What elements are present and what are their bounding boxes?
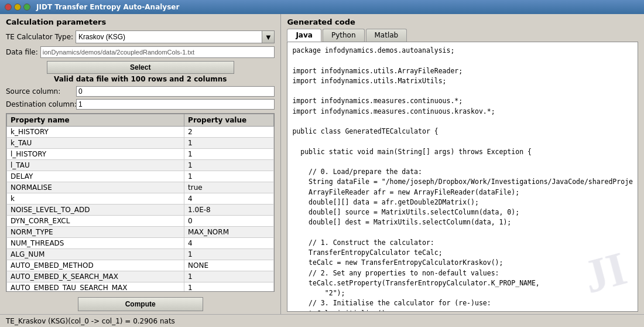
prop-name-cell: ALG_NUM [7, 249, 184, 260]
dest-column-label: Destination column: [6, 100, 76, 108]
table-row: k_TAU1 [7, 138, 274, 149]
data-file-row: Data file: [0, 45, 280, 59]
gen-code-title: Generated code [281, 14, 644, 29]
source-column-row: Source column: [0, 85, 280, 98]
prop-value-cell[interactable]: 1 [184, 271, 274, 282]
status-text: TE_Kraskov (KSG)(col_0 -> col_1) = 0.290… [6, 317, 175, 325]
prop-name-cell: AUTO_EMBED_TAU_SEARCH_MAX [7, 282, 184, 292]
dest-column-input[interactable] [76, 99, 275, 110]
maximize-button[interactable] [23, 4, 30, 11]
table-row: k4 [7, 193, 274, 205]
prop-value-cell[interactable]: 2 [184, 127, 274, 138]
prop-name-cell: DYN_CORR_EXCL [7, 216, 184, 227]
prop-name-cell: NORMALISE [7, 182, 184, 193]
te-calculator-wrapper: Kraskov (KSG) ▼ [76, 30, 275, 43]
tab-java[interactable]: Java [287, 29, 321, 42]
tab-matlab[interactable]: Matlab [366, 29, 407, 42]
code-area-container: package infodynamics.demos.autoanalysis;… [287, 42, 638, 312]
valid-file-text: Valid data file with 100 rows and 2 colu… [54, 75, 227, 83]
prop-value-cell[interactable]: 1.0E-8 [184, 205, 274, 216]
title-bar: JIDT Transfer Entropy Auto-Analyser [0, 0, 644, 14]
data-file-label: Data file: [6, 48, 38, 56]
table-row: NOISE_LEVEL_TO_ADD1.0E-8 [7, 205, 274, 216]
code-area[interactable]: package infodynamics.demos.autoanalysis;… [287, 42, 638, 311]
source-column-label: Source column: [6, 87, 76, 96]
compute-row: Compute [0, 294, 280, 314]
prop-value-cell[interactable]: 4 [184, 238, 274, 249]
prop-value-cell[interactable]: 1 [184, 138, 274, 149]
te-calculator-row: TE Calculator Type: Kraskov (KSG) ▼ [0, 29, 280, 45]
prop-name-cell: k_TAU [7, 138, 184, 149]
close-button[interactable] [5, 4, 12, 11]
prop-name-cell: NOISE_LEVEL_TO_ADD [7, 205, 184, 216]
window-controls[interactable] [5, 4, 30, 11]
prop-name-cell: l_TAU [7, 160, 184, 171]
window-title: JIDT Transfer Entropy Auto-Analyser [36, 3, 179, 11]
compute-button[interactable]: Compute [78, 297, 203, 311]
prop-value-cell[interactable]: 1 [184, 160, 274, 171]
prop-name-cell: l_HISTORY [7, 149, 184, 160]
te-calculator-select[interactable]: Kraskov (KSG) [76, 30, 275, 43]
prop-value-cell[interactable]: 0 [184, 216, 274, 227]
calc-params-title: Calculation parameters [0, 14, 280, 29]
prop-value-header: Property value [184, 114, 274, 127]
prop-name-cell: DELAY [7, 171, 184, 182]
bottom-bar: TE_Kraskov (KSG)(col_0 -> col_1) = 0.290… [0, 314, 644, 327]
table-row: l_TAU1 [7, 160, 274, 171]
table-row: ALG_NUM1 [7, 249, 274, 260]
table-row: DELAY1 [7, 171, 274, 182]
minimize-button[interactable] [14, 4, 21, 11]
prop-value-cell[interactable]: MAX_NORM [184, 227, 274, 238]
prop-value-cell[interactable]: NONE [184, 260, 274, 271]
source-column-input[interactable] [76, 86, 275, 97]
tab-python[interactable]: Python [323, 29, 365, 42]
prop-value-cell[interactable]: 1 [184, 149, 274, 160]
prop-name-cell: AUTO_EMBED_K_SEARCH_MAX [7, 271, 184, 282]
prop-value-cell[interactable]: 1 [184, 249, 274, 260]
dest-column-row: Destination column: [0, 98, 280, 111]
table-row: AUTO_EMBED_TAU_SEARCH_MAX1 [7, 282, 274, 292]
prop-name-cell: k [7, 193, 184, 205]
te-calculator-label: TE Calculator Type: [6, 33, 73, 41]
properties-table: Property name Property value k_HISTORY2k… [6, 114, 274, 292]
data-file-input[interactable] [40, 46, 275, 58]
table-row: NORM_TYPEMAX_NORM [7, 227, 274, 238]
prop-name-header: Property name [7, 114, 184, 127]
prop-value-cell[interactable]: true [184, 182, 274, 193]
table-row: AUTO_EMBED_METHODNONE [7, 260, 274, 271]
prop-name-cell: NORM_TYPE [7, 227, 184, 238]
select-button-row: Select Valid data file with 100 rows and… [0, 59, 280, 85]
prop-value-cell[interactable]: 1 [184, 171, 274, 182]
table-row: DYN_CORR_EXCL0 [7, 216, 274, 227]
table-row: NORMALISEtrue [7, 182, 274, 193]
table-row: NUM_THREADS4 [7, 238, 274, 249]
te-calculator-dropdown-arrow[interactable]: ▼ [262, 30, 275, 43]
tabs-row: Java Python Matlab [281, 29, 644, 42]
main-container: Calculation parameters TE Calculator Typ… [0, 14, 644, 314]
table-row: k_HISTORY2 [7, 127, 274, 138]
select-button[interactable]: Select [47, 61, 234, 74]
left-panel: Calculation parameters TE Calculator Typ… [0, 14, 281, 314]
table-row: AUTO_EMBED_K_SEARCH_MAX1 [7, 271, 274, 282]
right-panel: Generated code Java Python Matlab packag… [281, 14, 644, 314]
prop-value-cell[interactable]: 1 [184, 282, 274, 292]
table-row: l_HISTORY1 [7, 149, 274, 160]
prop-name-cell: AUTO_EMBED_METHOD [7, 260, 184, 271]
prop-value-cell[interactable]: 4 [184, 193, 274, 205]
prop-name-cell: k_HISTORY [7, 127, 184, 138]
properties-table-container: Property name Property value k_HISTORY2k… [6, 113, 275, 292]
prop-name-cell: NUM_THREADS [7, 238, 184, 249]
